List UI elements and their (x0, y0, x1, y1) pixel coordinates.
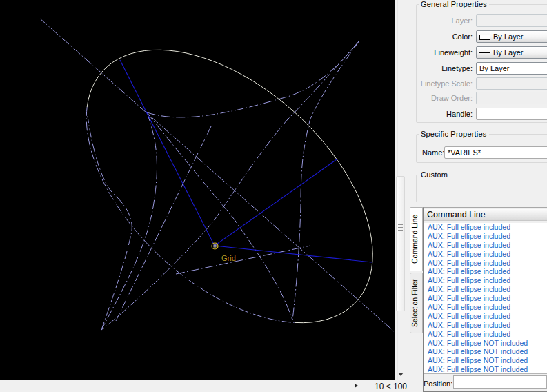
svg-text:Grid: Grid (221, 254, 236, 262)
